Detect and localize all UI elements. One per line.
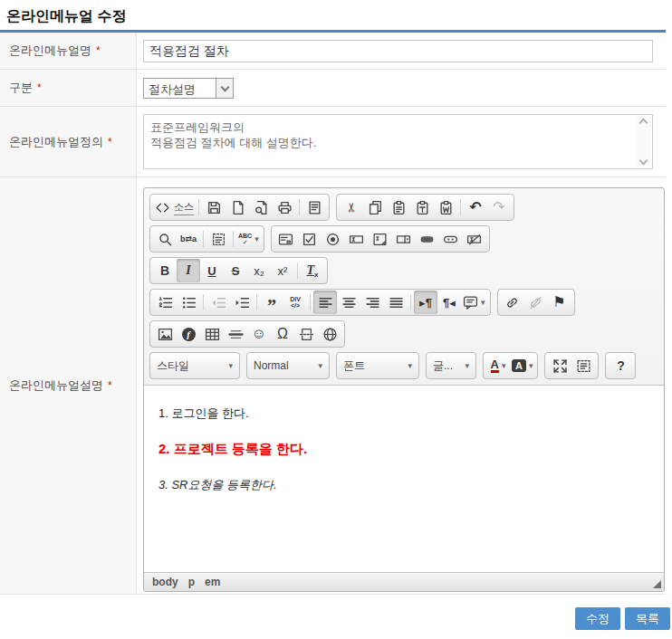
toolbar-group: A▾A▾ [483,352,538,379]
font-combo[interactable]: 폰트▾ [336,352,419,379]
category-select-button[interactable] [216,79,233,98]
templates-icon [307,200,322,215]
toolbar-separator [410,294,411,310]
bidi-ltr-icon: ▸¶ [419,297,432,309]
paste-word-button[interactable] [434,196,457,219]
align-center-button[interactable] [337,291,360,314]
toolbar-group [271,225,490,253]
scroll-up-icon[interactable] [638,119,648,128]
blockquote-button[interactable]: ” [260,291,283,314]
numbered-list-button[interactable] [153,291,177,314]
element-path-p[interactable]: p [188,576,195,588]
superscript-button[interactable]: x² [271,259,294,282]
maximize-button[interactable] [548,354,571,377]
undo-button[interactable]: ↶ [464,196,487,219]
text-field-button[interactable] [345,227,369,251]
toolbar-group: ✂↶↷ [336,194,514,221]
unlink-button [524,291,548,314]
definition-label: 온라인메뉴얼정의 [9,134,103,150]
find-button[interactable] [153,227,177,251]
format-combo[interactable]: Normal▾ [246,352,330,379]
show-blocks-button[interactable] [571,354,595,377]
language-icon [463,295,478,310]
form-button[interactable] [274,227,298,251]
select-all-button[interactable] [206,227,230,251]
image-button[interactable] [153,322,177,346]
smiley-button[interactable]: ☺ [247,322,271,346]
source-icon [155,200,170,215]
align-right-icon [365,295,380,310]
styles-combo[interactable]: 스타일▾ [149,352,240,379]
category-select[interactable]: 절차설명 [143,78,234,99]
strike-button[interactable]: S [224,259,247,282]
list-button[interactable]: 목록 [625,607,670,630]
div-container-button[interactable]: DIV</> [283,291,307,314]
form-icon [278,232,293,247]
select-field-button[interactable] [392,227,416,251]
italic-button[interactable]: I [177,259,200,282]
manual-name-label: 온라인메뉴얼명 [9,43,91,59]
hidden-field-button[interactable] [463,227,486,251]
cut-button[interactable]: ✂ [340,196,363,219]
textarea-scrollbar[interactable] [635,116,651,167]
chevron-down-icon: ▾ [318,361,322,370]
bulleted-list-button[interactable] [177,291,200,314]
horizontal-rule-button[interactable] [224,322,247,346]
flash-button[interactable]: f [177,322,200,346]
horizontal-rule-icon [228,327,244,342]
underline-button[interactable]: U [200,259,224,282]
align-right-button[interactable] [360,291,384,314]
page-break-button[interactable] [294,322,318,346]
element-path-em[interactable]: em [205,576,220,588]
manual-name-input[interactable] [143,40,653,62]
spell-check-button[interactable]: ABC✓▾ [236,227,261,251]
templates-button[interactable] [302,196,326,219]
subscript-button[interactable]: x₂ [247,259,271,282]
align-left-button[interactable] [313,291,337,314]
indent-button[interactable] [230,291,254,314]
special-char-button[interactable]: Ω [271,322,294,346]
definition-textarea[interactable]: 표준프레임워크의 적용점검 절차에 대해 설명한다. [143,114,653,169]
remove-format-button[interactable]: Tx [301,259,324,282]
language-button[interactable]: ▾ [461,291,487,314]
about-button[interactable]: ? [609,354,632,377]
image-button-button[interactable] [439,227,463,251]
editor-content[interactable]: 1. 로그인을 한다. 2. 프로젝트 등록을 한다. 3. SR요청을 등록한… [144,385,664,572]
new-page-button[interactable] [226,196,249,219]
save-button[interactable] [202,196,226,219]
paste-text-button[interactable] [410,196,434,219]
paste-button[interactable] [387,196,410,219]
button-field-button[interactable] [416,227,439,251]
radio-button[interactable] [322,227,345,251]
edit-button[interactable]: 수정 [575,607,620,630]
replace-button[interactable]: b⇄a [177,227,200,251]
resize-handle[interactable] [653,580,661,588]
toolbar-group: 글...▾ [426,352,476,379]
link-button[interactable] [501,291,524,314]
toolbar-group: ⚑ [497,289,575,316]
source-button[interactable]: 소스 [153,196,196,219]
text-color-button[interactable]: A▾ [486,354,510,377]
print-icon [277,200,293,215]
table-button[interactable] [200,322,224,346]
textarea-button[interactable] [369,227,392,251]
bold-button[interactable]: B [153,259,177,282]
element-path-body[interactable]: body [152,576,178,588]
content-paragraph-italic: 3. SR요청을 등록한다. [158,477,649,493]
image-icon [158,327,173,342]
textarea-icon [372,232,388,247]
preview-button[interactable] [249,196,273,219]
bidi-ltr-button[interactable]: ▸¶ [414,291,437,314]
toolbar-separator [233,231,234,247]
checkbox-button[interactable] [298,227,322,251]
anchor-button[interactable]: ⚑ [548,291,571,314]
div-container-icon: DIV</> [290,296,301,309]
bidi-rtl-button[interactable]: ¶◂ [437,291,461,314]
scroll-down-icon[interactable] [638,157,648,166]
font-size-combo[interactable]: 글...▾ [426,352,476,379]
background-color-button[interactable]: A▾ [510,354,534,377]
iframe-button[interactable] [318,322,341,346]
print-button[interactable] [273,196,296,219]
copy-button[interactable] [363,196,387,219]
align-justify-button[interactable] [384,291,408,314]
